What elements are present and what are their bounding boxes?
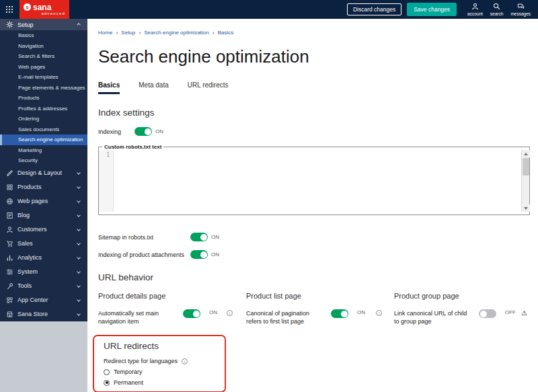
paintbrush-icon bbox=[5, 169, 13, 177]
messages-icon bbox=[517, 3, 525, 11]
sidebar-item-analytics[interactable]: Analytics bbox=[0, 251, 87, 265]
attachments-label: Indexing of product attachments bbox=[98, 251, 190, 258]
sidebar-item-sales[interactable]: Sales bbox=[0, 237, 87, 251]
chevron-down-icon bbox=[77, 298, 81, 302]
radio-label: Temporary bbox=[114, 368, 143, 375]
sidebar-item-label: System bbox=[17, 268, 73, 275]
account-label: account bbox=[467, 11, 483, 16]
sidebar-item-system[interactable]: System bbox=[0, 265, 87, 279]
sidebar-item-customers[interactable]: Customers bbox=[0, 223, 87, 237]
sidebar-item-security[interactable]: Security bbox=[0, 155, 87, 166]
sidebar-item-design-layout[interactable]: Design & Layout bbox=[0, 166, 87, 180]
sidebar-item-web-pages-main[interactable]: Web pages bbox=[0, 194, 87, 208]
link-canonical-toggle[interactable] bbox=[479, 309, 496, 318]
url-behavior-heading: URL behavior bbox=[98, 272, 530, 282]
sitemap-toggle[interactable] bbox=[190, 233, 208, 241]
breadcrumb-link-home[interactable]: Home bbox=[98, 30, 112, 36]
save-changes-button[interactable]: Save changes bbox=[407, 3, 457, 16]
account-button[interactable]: account bbox=[467, 3, 483, 16]
search-button[interactable]: search bbox=[490, 3, 504, 16]
sidebar-item-label: Customers bbox=[17, 226, 73, 233]
editor-scrollbar[interactable] bbox=[521, 150, 529, 212]
permanent-radio[interactable] bbox=[104, 380, 110, 386]
robots-txt-legend: Custom robots.txt text bbox=[102, 144, 163, 150]
main-navigation-setting: Automatically set main navigation item O… bbox=[98, 309, 246, 325]
breadcrumb-link-basics[interactable]: Basics bbox=[218, 30, 234, 36]
sidebar-item-tools[interactable]: Tools bbox=[0, 279, 87, 293]
brand-name: sana bbox=[33, 3, 51, 11]
wrench-icon bbox=[5, 282, 13, 290]
sidebar-item-ordering[interactable]: Ordering bbox=[0, 114, 87, 124]
tab-basics[interactable]: Basics bbox=[98, 80, 120, 94]
warning-icon[interactable] bbox=[521, 309, 527, 317]
customers-icon bbox=[5, 226, 13, 233]
globe-icon bbox=[5, 198, 13, 205]
canonical-pagination-setting: Canonical of pagination refers to first … bbox=[246, 309, 394, 325]
info-icon[interactable] bbox=[376, 310, 382, 316]
sidebar-item-label: Products bbox=[17, 184, 73, 190]
scrollbar-up-button[interactable] bbox=[522, 150, 530, 157]
indexing-row: Indexing ON bbox=[98, 127, 530, 136]
main-navigation-toggle[interactable] bbox=[183, 309, 200, 318]
messages-label: messages bbox=[510, 11, 531, 16]
annotation-highlight: URL redirects Redirect type for language… bbox=[93, 335, 226, 392]
sidebar-item-page-elements-messages[interactable]: Page elements & messages bbox=[0, 83, 87, 93]
info-icon[interactable] bbox=[227, 310, 233, 316]
sidebar-item-products[interactable]: Products bbox=[0, 93, 87, 104]
breadcrumb-link-seo[interactable]: Search engine optimization bbox=[144, 30, 209, 36]
breadcrumb-separator: › bbox=[139, 30, 141, 36]
messages-button[interactable]: messages bbox=[510, 3, 531, 16]
breadcrumb-link-setup[interactable]: Setup bbox=[121, 30, 135, 36]
sidebar-item-search-engine-optimization[interactable]: Search engine optimization bbox=[0, 134, 87, 145]
column-heading: Product details page bbox=[98, 292, 246, 300]
sidebar-item-web-pages[interactable]: Web pages bbox=[0, 62, 87, 73]
column-heading: Product group page bbox=[394, 292, 531, 300]
blog-icon bbox=[5, 212, 13, 219]
chevron-down-icon bbox=[77, 241, 81, 245]
tab-url-redirects[interactable]: URL redirects bbox=[188, 80, 229, 94]
sidebar-item-navigation[interactable]: Navigation bbox=[0, 41, 87, 52]
sidebar-item-profiles-addresses[interactable]: Profiles & addresses bbox=[0, 104, 87, 114]
setting-label: Canonical of pagination refers to first … bbox=[246, 309, 325, 325]
sidebar-item-search-filters[interactable]: Search & filters bbox=[0, 51, 87, 62]
sidebar-item-label: Web pages bbox=[17, 198, 73, 204]
chevron-down-icon bbox=[77, 312, 81, 316]
sidebar-item-label: Tools bbox=[17, 282, 73, 289]
main-content: Home › Setup › Search engine optimizatio… bbox=[87, 19, 538, 392]
setting-state: ON bbox=[209, 309, 217, 315]
sana-mark-icon bbox=[24, 3, 31, 11]
indexing-toggle[interactable] bbox=[134, 127, 152, 136]
url-behavior-columns: Product details page Automatically set m… bbox=[98, 292, 530, 325]
robots-txt-input[interactable] bbox=[114, 150, 521, 212]
redirect-type-row: Redirect type for languages bbox=[104, 358, 217, 364]
sana-logo[interactable]: sana advanced bbox=[20, 0, 69, 19]
canonical-pagination-toggle[interactable] bbox=[331, 309, 348, 318]
sidebar-item-products-main[interactable]: Products bbox=[0, 180, 87, 194]
info-icon[interactable] bbox=[182, 358, 188, 364]
sidebar-item-sana-store[interactable]: Sana Store bbox=[0, 307, 87, 321]
brand-sub: advanced bbox=[24, 11, 65, 16]
redirect-type-label: Redirect type for languages bbox=[104, 358, 178, 364]
discard-changes-button[interactable]: Discard changes bbox=[347, 3, 401, 15]
scrollbar-down-button[interactable] bbox=[522, 204, 530, 212]
robots-txt-editor: 1 bbox=[99, 150, 529, 212]
tab-meta-data[interactable]: Meta data bbox=[139, 80, 168, 94]
temporary-radio[interactable] bbox=[104, 369, 110, 375]
apps-grid-icon[interactable] bbox=[5, 5, 13, 13]
chevron-down-icon bbox=[77, 171, 81, 175]
chevron-down-icon bbox=[77, 256, 81, 260]
sidebar-item-label: Design & Layout bbox=[17, 169, 73, 176]
chevron-down-icon bbox=[77, 270, 81, 274]
setting-state: ON bbox=[357, 309, 365, 315]
sidebar-item-app-center[interactable]: App Center bbox=[0, 293, 87, 307]
sidebar-item-setup[interactable]: Setup bbox=[0, 19, 87, 30]
sidebar-item-marketing[interactable]: Marketing bbox=[0, 145, 87, 156]
sidebar-item-basics[interactable]: Basics bbox=[0, 30, 87, 41]
sitemap-row: Sitemap in robots.txt ON bbox=[98, 233, 530, 241]
sidebar-item-blog[interactable]: Blog bbox=[0, 208, 87, 223]
sidebar-item-email-templates[interactable]: E-mail templates bbox=[0, 72, 87, 83]
sidebar-item-label: Blog bbox=[17, 212, 73, 219]
attachments-toggle[interactable] bbox=[190, 250, 208, 259]
scrollbar-thumb[interactable] bbox=[523, 158, 529, 175]
sidebar-item-sales-documents[interactable]: Sales documents bbox=[0, 124, 87, 135]
